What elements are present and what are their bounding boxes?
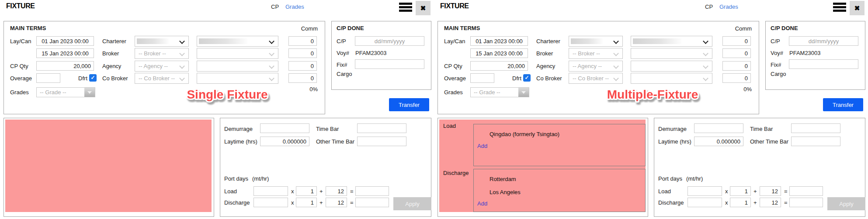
charterer-select[interactable] bbox=[135, 36, 189, 47]
discharge-result-input[interactable] bbox=[355, 198, 389, 207]
comm-header: Comm bbox=[723, 25, 752, 32]
broker-select-secondary[interactable] bbox=[197, 48, 278, 59]
charterer-select[interactable] bbox=[569, 36, 623, 47]
demurrage-input[interactable] bbox=[260, 123, 309, 133]
apply-button[interactable]: Apply bbox=[827, 197, 865, 210]
broker-select[interactable]: -- Broker -- bbox=[569, 48, 623, 59]
overage-input[interactable] bbox=[36, 73, 60, 83]
cobroker-select-secondary[interactable] bbox=[631, 73, 712, 84]
redacted-value bbox=[571, 38, 603, 44]
laytime-input[interactable] bbox=[260, 137, 309, 146]
grades-select[interactable]: -- Grade -- bbox=[36, 87, 95, 97]
equals-symbol: = bbox=[350, 199, 354, 206]
broker-select-secondary[interactable] bbox=[631, 48, 712, 59]
grades-link[interactable]: Grades bbox=[285, 3, 304, 10]
dfrt-checkbox[interactable]: ✓ bbox=[89, 74, 97, 82]
load-addend-input[interactable] bbox=[760, 186, 781, 196]
port-days-unit: (mt/hr) bbox=[252, 175, 269, 182]
grades-link[interactable]: Grades bbox=[719, 3, 738, 10]
agency-select-secondary[interactable] bbox=[197, 61, 278, 72]
time-bar-label: Time Bar bbox=[316, 126, 339, 132]
demurrage-input[interactable] bbox=[694, 123, 743, 133]
add-load-port-link[interactable]: Add bbox=[477, 143, 487, 149]
laycan-from-input[interactable] bbox=[36, 36, 94, 46]
laytime-input[interactable] bbox=[694, 137, 743, 146]
discharge-qty-input[interactable] bbox=[687, 198, 722, 207]
discharge-result-input[interactable] bbox=[789, 198, 823, 207]
discharge-addend-input[interactable] bbox=[760, 198, 781, 207]
load-qty-input[interactable] bbox=[253, 186, 288, 196]
dropdown-arrow-icon[interactable] bbox=[518, 88, 529, 97]
cobroker-select[interactable]: -- Co Broker -- bbox=[569, 73, 623, 84]
discharge-qty-input[interactable] bbox=[253, 198, 288, 207]
close-button[interactable]: ✖ bbox=[850, 1, 865, 15]
charterer-select-secondary[interactable] bbox=[631, 36, 712, 47]
annotation-multiple-fixture: Multiple-Fixture bbox=[583, 84, 722, 108]
time-bar-input[interactable] bbox=[791, 123, 840, 133]
broker-select-value: -- Broker -- bbox=[573, 50, 600, 57]
load-factor-input[interactable] bbox=[296, 186, 317, 196]
comm-total: 0% bbox=[723, 86, 752, 92]
comm-input-3[interactable] bbox=[288, 61, 317, 71]
chevron-down-icon bbox=[269, 63, 274, 69]
agency-select-secondary[interactable] bbox=[631, 61, 712, 72]
fix-input[interactable] bbox=[355, 59, 424, 69]
comm-input-2[interactable] bbox=[722, 48, 751, 58]
chevron-down-icon bbox=[703, 38, 708, 44]
port-days-label: Port days bbox=[658, 175, 682, 182]
discharge-addend-input[interactable] bbox=[326, 198, 347, 207]
comm-input-1[interactable] bbox=[288, 36, 317, 46]
cobroker-select[interactable]: -- Co Broker -- bbox=[135, 73, 189, 84]
overage-input[interactable] bbox=[470, 73, 494, 83]
voy-label: Voy# bbox=[771, 50, 783, 56]
charterer-select-secondary[interactable] bbox=[197, 36, 278, 47]
discharge-factor-input[interactable] bbox=[730, 198, 751, 207]
grades-select[interactable]: -- Grade -- bbox=[470, 87, 529, 97]
apply-button[interactable]: Apply bbox=[393, 197, 431, 210]
other-time-bar-input[interactable] bbox=[357, 137, 406, 146]
load-result-input[interactable] bbox=[355, 186, 389, 196]
cobroker-select-secondary[interactable] bbox=[197, 73, 278, 84]
transfer-button[interactable]: Transfer bbox=[389, 98, 429, 111]
agency-select[interactable]: -- Agency -- bbox=[569, 61, 623, 72]
equals-symbol: = bbox=[350, 188, 354, 195]
comm-input-3[interactable] bbox=[722, 61, 751, 71]
add-discharge-port-link[interactable]: Add bbox=[477, 200, 487, 207]
transfer-button[interactable]: Transfer bbox=[823, 98, 863, 111]
comm-input-1[interactable] bbox=[722, 36, 751, 46]
laycan-to-input[interactable] bbox=[36, 48, 94, 58]
load-row-label: Load bbox=[224, 188, 237, 195]
comm-input-4[interactable] bbox=[722, 73, 751, 83]
cp-date-input[interactable] bbox=[355, 36, 424, 46]
time-bar-input[interactable] bbox=[357, 123, 406, 133]
port-days-unit: (mt/hr) bbox=[686, 175, 703, 182]
menu-icon[interactable] bbox=[833, 3, 846, 13]
cp-qty-label: CP Qty bbox=[444, 63, 462, 69]
load-ports-box: Qingdao (formerly Tsingtao) Add bbox=[473, 124, 646, 166]
cp-date-input[interactable] bbox=[789, 36, 858, 46]
close-button[interactable]: ✖ bbox=[416, 1, 431, 15]
load-addend-input[interactable] bbox=[326, 186, 347, 196]
laycan-to-input[interactable] bbox=[470, 48, 528, 58]
dropdown-arrow-icon[interactable] bbox=[84, 88, 95, 97]
chevron-down-icon bbox=[613, 63, 619, 69]
dfrt-checkbox[interactable]: ✓ bbox=[523, 74, 531, 82]
load-qty-input[interactable] bbox=[687, 186, 722, 196]
comm-input-4[interactable] bbox=[288, 73, 317, 83]
agency-select[interactable]: -- Agency -- bbox=[135, 61, 189, 72]
other-time-bar-input[interactable] bbox=[791, 137, 840, 146]
comm-input-2[interactable] bbox=[288, 48, 317, 58]
cp-qty-input[interactable] bbox=[36, 61, 94, 71]
discharge-factor-input[interactable] bbox=[296, 198, 317, 207]
load-factor-input[interactable] bbox=[730, 186, 751, 196]
menu-bar bbox=[399, 10, 412, 12]
load-result-input[interactable] bbox=[789, 186, 823, 196]
cp-link[interactable]: CP bbox=[705, 3, 713, 10]
laycan-from-input[interactable] bbox=[470, 36, 528, 46]
agency-label: Agency bbox=[536, 63, 555, 69]
fix-input[interactable] bbox=[789, 59, 858, 69]
cp-link[interactable]: CP bbox=[271, 3, 279, 10]
cp-qty-input[interactable] bbox=[470, 61, 528, 71]
menu-icon[interactable] bbox=[399, 3, 412, 13]
broker-select[interactable]: -- Broker -- bbox=[135, 48, 189, 59]
